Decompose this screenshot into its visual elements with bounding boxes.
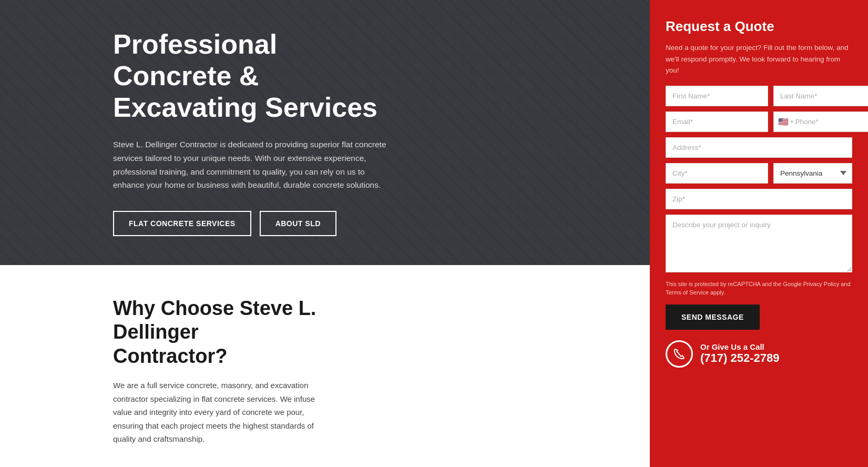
- why-choose-title: Why Choose Steve L. Dellinger Contractor…: [113, 297, 318, 369]
- call-label: Or Give Us a Call: [700, 342, 779, 351]
- quote-panel: Request a Quote Need a quote for your pr…: [650, 0, 868, 467]
- call-section: Or Give Us a Call (717) 252-2789: [666, 340, 852, 368]
- quote-description: Need a quote for your project? Fill out …: [666, 42, 852, 76]
- zip-input[interactable]: [666, 189, 852, 209]
- call-text-block: Or Give Us a Call (717) 252-2789: [700, 342, 779, 365]
- state-select[interactable]: Pennsylvania Alabama Alaska Arizona Cali…: [773, 163, 852, 184]
- call-number[interactable]: (717) 252-2789: [700, 351, 779, 365]
- phone-icon: [672, 347, 686, 361]
- phone-wrapper: 🇺🇸 •: [773, 111, 868, 132]
- name-row: [666, 86, 852, 106]
- address-input[interactable]: [666, 137, 852, 158]
- about-sld-button[interactable]: ABOUT SLD: [260, 211, 336, 236]
- contact-row: 🇺🇸 •: [666, 111, 852, 132]
- hero-description: Steve L. Dellinger Contractor is dedicat…: [113, 138, 397, 191]
- phone-flag: 🇺🇸: [778, 117, 789, 127]
- phone-separator: •: [791, 118, 793, 126]
- why-choose-section: Why Choose Steve L. Dellinger Contractor…: [0, 265, 431, 467]
- send-message-button[interactable]: SEND MESSAGE: [666, 304, 760, 330]
- first-name-input[interactable]: [666, 86, 768, 106]
- hero-title: Professional Concrete & Excavating Servi…: [113, 29, 400, 123]
- last-name-input[interactable]: [773, 86, 868, 106]
- city-state-row: Pennsylvania Alabama Alaska Arizona Cali…: [666, 163, 852, 184]
- phone-input[interactable]: [795, 112, 868, 131]
- city-input[interactable]: [666, 163, 768, 184]
- flat-concrete-services-button[interactable]: FLAT CONCRETE SERVICES: [113, 211, 251, 236]
- why-choose-description: We are a full service concrete, masonry,…: [113, 379, 318, 446]
- hero-buttons: FLAT CONCRETE SERVICES ABOUT SLD: [113, 211, 400, 236]
- quote-title: Request a Quote: [666, 18, 852, 35]
- hero-section: Professional Concrete & Excavating Servi…: [0, 0, 650, 265]
- email-input[interactable]: [666, 111, 768, 132]
- phone-icon-circle: [666, 340, 693, 368]
- message-textarea[interactable]: [666, 215, 852, 272]
- recaptcha-notice: This site is protected by reCAPTCHA and …: [666, 280, 852, 297]
